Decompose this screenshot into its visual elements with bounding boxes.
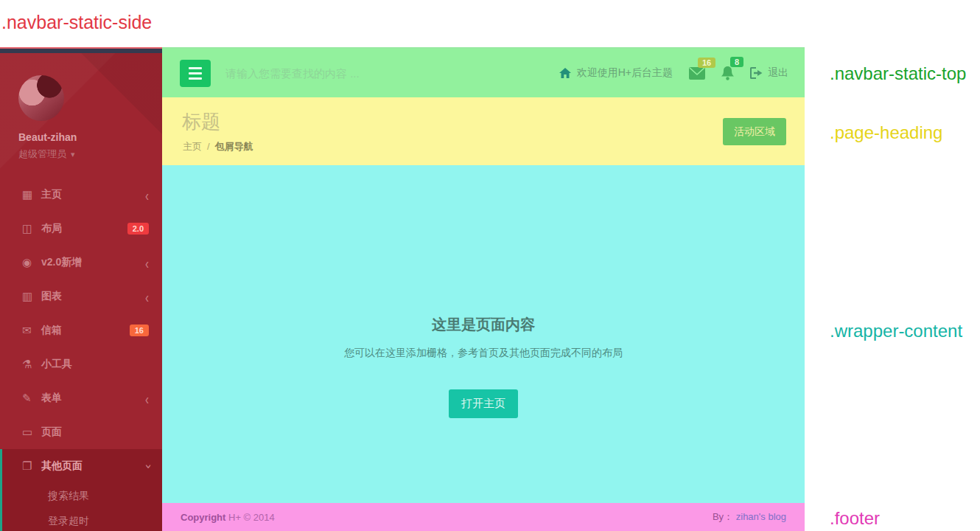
copy-icon: ❐ bbox=[22, 459, 41, 473]
navbar-right-group: 欢迎使用H+后台主题 16 8 退出 bbox=[559, 49, 788, 97]
badge: 16 bbox=[130, 324, 149, 336]
columns-icon: ◫ bbox=[22, 222, 41, 235]
chevron-left-icon: ‹ bbox=[145, 389, 149, 407]
desktop-icon: ▭ bbox=[22, 426, 41, 439]
label-navbar-static-top: .navbar-static-top bbox=[830, 63, 966, 84]
logout-link[interactable]: 退出 bbox=[750, 66, 788, 80]
edit-icon: ✎ bbox=[22, 392, 41, 405]
sidebar-item-forms[interactable]: ✎ 表单 ‹ bbox=[0, 381, 162, 415]
sidebar-item-widgets[interactable]: ⚗ 小工具 bbox=[0, 347, 162, 381]
profile-name: Beaut-zihan bbox=[18, 131, 162, 143]
page-heading: 标题 主页/包屑导航 活动区域 bbox=[162, 97, 805, 165]
globe-icon: ◉ bbox=[22, 256, 41, 269]
sidebar-subitem-search-results[interactable]: 搜索结果 bbox=[2, 483, 162, 508]
badge: 2.0 bbox=[127, 223, 149, 235]
welcome-text: 欢迎使用H+后台主题 bbox=[577, 66, 673, 80]
by-label: By： bbox=[713, 511, 733, 522]
navbar-static-top: 欢迎使用H+后台主题 16 8 退出 bbox=[162, 49, 805, 97]
sidebar-item-pages[interactable]: ▭ 页面 bbox=[0, 415, 162, 449]
sidebar-item-charts[interactable]: ▥ 图表 ‹ bbox=[0, 280, 162, 313]
th-large-icon: ▦ bbox=[22, 188, 41, 201]
sidebar-subitem-login-timeout[interactable]: 登录超时 bbox=[2, 508, 162, 531]
action-area-button[interactable]: 活动区域 bbox=[723, 118, 786, 145]
bar-chart-icon: ▥ bbox=[22, 290, 41, 303]
label-footer: .footer bbox=[830, 508, 880, 529]
breadcrumb-root[interactable]: 主页 bbox=[183, 141, 202, 152]
chevron-left-icon: ‹ bbox=[145, 288, 149, 305]
content-title: 这里是页面内容 bbox=[432, 315, 535, 335]
footer-by: By： zihan's blog bbox=[713, 510, 786, 524]
sidebar-item-home[interactable]: ▦ 主页 ‹ bbox=[0, 178, 162, 212]
alerts-dropdown[interactable]: 8 bbox=[721, 66, 734, 80]
sidebar-item-label: 表单 bbox=[41, 392, 145, 405]
copyright-strong: Copyright bbox=[181, 512, 225, 523]
sidebar: Beaut-zihan 超级管理员▾ ▦ 主页 ‹ ◫ 布局 2.0 ◉ v2.… bbox=[0, 49, 162, 531]
search-input[interactable] bbox=[225, 62, 447, 84]
profile-panel: Beaut-zihan 超级管理员▾ bbox=[0, 53, 162, 178]
wrapper-content: 这里是页面内容 您可以在这里添加栅格，参考首页及其他页面完成不同的布局 打开主页 bbox=[162, 165, 805, 503]
label-wrapper-content: .wrapper-content bbox=[830, 321, 962, 341]
sidebar-nav: ▦ 主页 ‹ ◫ 布局 2.0 ◉ v2.0新增 ‹ ▥ 图表 ‹ ✉ 信箱 1… bbox=[0, 178, 162, 531]
copyright-rest: H+ © 2014 bbox=[225, 512, 274, 523]
sidebar-item-label: 主页 bbox=[41, 188, 145, 201]
sidebar-item-label: 布局 bbox=[41, 222, 127, 235]
bell-icon bbox=[721, 66, 734, 80]
envelope-icon bbox=[689, 67, 705, 80]
footer: Copyright H+ © 2014 By： zihan's blog bbox=[162, 503, 805, 531]
logout-text: 退出 bbox=[768, 66, 788, 80]
sidebar-item-label: 其他页面 bbox=[41, 459, 145, 473]
copyright: Copyright H+ © 2014 bbox=[181, 512, 275, 523]
sign-out-icon bbox=[750, 67, 763, 79]
avatar[interactable] bbox=[18, 75, 64, 121]
sidebar-item-label: 图表 bbox=[41, 290, 145, 303]
chevron-left-icon: ‹ bbox=[145, 186, 149, 204]
profile-role[interactable]: 超级管理员▾ bbox=[18, 148, 162, 161]
menu-toggle-button[interactable] bbox=[180, 60, 211, 87]
chevron-down-icon: ‹ bbox=[141, 464, 153, 469]
flask-icon: ⚗ bbox=[22, 358, 41, 371]
sidebar-item-label: 小工具 bbox=[41, 358, 149, 371]
sidebar-item-other-pages[interactable]: ❐ 其他页面 ‹ bbox=[2, 449, 162, 483]
page-title: 标题 bbox=[182, 109, 220, 135]
chevron-left-icon: ‹ bbox=[145, 254, 149, 271]
profile-role-text: 超级管理员 bbox=[18, 148, 66, 159]
sidebar-item-layouts[interactable]: ◫ 布局 2.0 bbox=[0, 212, 162, 246]
by-link[interactable]: zihan's blog bbox=[736, 511, 786, 522]
breadcrumb: 主页/包屑导航 bbox=[183, 140, 253, 153]
sidebar-item-v2-new[interactable]: ◉ v2.0新增 ‹ bbox=[0, 246, 162, 280]
welcome-link[interactable]: 欢迎使用H+后台主题 bbox=[559, 66, 673, 80]
caret-down-icon: ▾ bbox=[71, 150, 75, 159]
home-icon bbox=[559, 68, 571, 79]
mail-dropdown[interactable]: 16 bbox=[689, 67, 705, 80]
alert-badge: 8 bbox=[730, 57, 743, 67]
open-home-button[interactable]: 打开主页 bbox=[449, 389, 518, 418]
sidebar-item-label: v2.0新增 bbox=[41, 256, 145, 269]
label-navbar-static-side: .navbar-static-side bbox=[1, 12, 152, 33]
envelope-icon: ✉ bbox=[22, 324, 41, 337]
breadcrumb-separator: / bbox=[207, 141, 210, 152]
content-subtitle: 您可以在这里添加栅格，参考首页及其他页面完成不同的布局 bbox=[344, 347, 623, 360]
breadcrumb-current: 包屑导航 bbox=[215, 141, 253, 152]
sidebar-item-label: 页面 bbox=[41, 426, 149, 439]
mail-badge: 16 bbox=[698, 58, 715, 68]
sidebar-item-label: 信箱 bbox=[41, 324, 130, 337]
sidebar-item-mailbox[interactable]: ✉ 信箱 16 bbox=[0, 313, 162, 347]
label-page-heading: .page-heading bbox=[830, 122, 942, 143]
